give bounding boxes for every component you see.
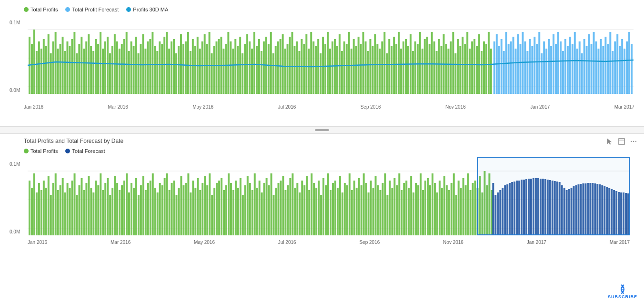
svg-rect-5 (33, 30, 35, 94)
svg-rect-288 (88, 176, 90, 235)
svg-rect-385 (318, 181, 320, 235)
svg-rect-16 (60, 44, 61, 94)
more-options-button[interactable]: ··· (630, 138, 637, 145)
subscribe-label[interactable]: SUBSCRIBE (608, 294, 637, 299)
svg-rect-153 (383, 32, 385, 94)
svg-rect-325 (176, 195, 178, 235)
svg-rect-490 (566, 190, 568, 235)
svg-rect-57 (156, 51, 158, 94)
svg-rect-157 (393, 37, 395, 94)
svg-rect-362 (263, 183, 265, 235)
svg-rect-274 (55, 173, 57, 235)
svg-rect-154 (386, 53, 388, 94)
svg-rect-61 (166, 32, 168, 94)
svg-rect-102 (263, 41, 265, 94)
svg-rect-468 (513, 182, 515, 235)
expand-icon[interactable] (618, 138, 625, 145)
svg-rect-394 (339, 176, 341, 235)
svg-rect-98 (253, 32, 255, 94)
svg-rect-397 (346, 185, 348, 235)
svg-rect-87 (227, 32, 229, 94)
svg-rect-139 (351, 49, 352, 94)
svg-rect-19 (66, 41, 68, 94)
svg-rect-300 (116, 183, 118, 235)
svg-rect-37 (109, 53, 111, 94)
bottom-x-jul-2016: Jul 2016 (278, 240, 296, 245)
svg-rect-194 (481, 51, 483, 94)
svg-rect-487 (559, 182, 561, 235)
subscribe-section[interactable]: SUBSCRIBE (608, 284, 637, 299)
svg-rect-220 (543, 41, 545, 94)
svg-rect-434 (434, 183, 436, 235)
svg-rect-79 (209, 32, 211, 94)
svg-rect-232 (572, 44, 574, 94)
svg-rect-175 (436, 51, 438, 94)
svg-rect-148 (372, 46, 373, 94)
svg-rect-310 (140, 185, 142, 235)
svg-rect-516 (627, 193, 629, 235)
svg-rect-496 (580, 184, 582, 235)
svg-rect-462 (499, 190, 501, 235)
svg-rect-254 (624, 49, 625, 94)
svg-rect-38 (111, 46, 113, 94)
svg-rect-378 (301, 181, 303, 235)
svg-rect-209 (517, 34, 519, 94)
svg-rect-179 (445, 44, 447, 94)
svg-rect-331 (190, 192, 191, 235)
svg-rect-396 (344, 183, 346, 235)
svg-rect-400 (353, 181, 355, 235)
svg-rect-486 (556, 182, 558, 235)
bottom-chart: ··· Total Profits and Total Forecast by … (0, 134, 644, 303)
svg-rect-31 (95, 39, 97, 94)
svg-rect-453 (479, 176, 481, 235)
svg-rect-476 (533, 178, 534, 235)
bottom-x-sep-2016: Sep 2016 (359, 240, 380, 245)
svg-rect-62 (168, 49, 170, 94)
svg-rect-502 (594, 183, 596, 235)
svg-rect-440 (448, 190, 450, 235)
svg-rect-188 (466, 32, 468, 94)
svg-rect-272 (50, 195, 52, 235)
legend-total-profit-forecast: Total Profit Forecast (65, 7, 119, 12)
svg-rect-335 (199, 190, 201, 235)
chart-divider[interactable] (0, 126, 644, 134)
svg-rect-89 (232, 49, 234, 94)
svg-rect-229 (564, 39, 566, 94)
svg-rect-495 (578, 184, 580, 235)
svg-rect-113 (289, 37, 291, 94)
svg-rect-145 (365, 41, 367, 94)
svg-rect-110 (282, 34, 284, 94)
svg-rect-318 (159, 183, 161, 235)
svg-rect-357 (252, 190, 253, 235)
svg-rect-141 (355, 46, 357, 94)
svg-rect-104 (268, 44, 270, 94)
svg-rect-514 (623, 192, 624, 235)
svg-rect-101 (261, 51, 262, 94)
svg-rect-392 (334, 181, 336, 235)
svg-rect-122 (310, 32, 312, 94)
svg-rect-77 (204, 34, 206, 94)
svg-rect-471 (521, 180, 523, 235)
svg-rect-273 (52, 183, 54, 235)
svg-rect-8 (40, 49, 42, 94)
svg-rect-289 (90, 188, 92, 235)
svg-rect-374 (292, 173, 293, 235)
svg-rect-473 (525, 179, 527, 235)
svg-rect-485 (554, 181, 556, 235)
svg-rect-233 (574, 32, 576, 94)
svg-rect-388 (325, 185, 327, 235)
svg-rect-441 (451, 183, 453, 235)
svg-rect-320 (164, 178, 166, 235)
svg-rect-460 (494, 195, 496, 235)
svg-rect-389 (327, 173, 329, 235)
svg-rect-314 (150, 181, 151, 235)
svg-rect-469 (516, 181, 518, 235)
svg-rect-159 (398, 32, 400, 94)
svg-rect-41 (119, 49, 121, 94)
svg-rect-214 (529, 39, 531, 94)
svg-rect-72 (192, 39, 194, 94)
svg-rect-431 (427, 178, 429, 235)
svg-rect-343 (218, 181, 220, 235)
svg-rect-424 (410, 176, 412, 235)
svg-rect-366 (273, 195, 275, 235)
